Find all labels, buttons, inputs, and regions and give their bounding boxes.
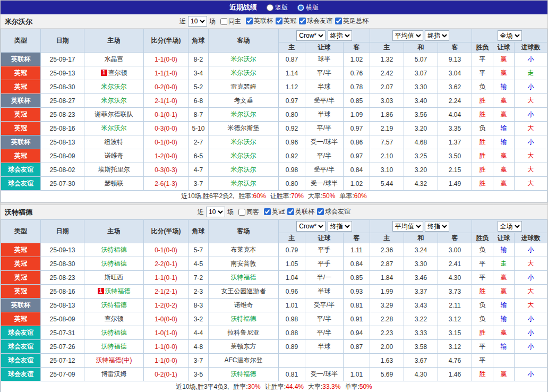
competition-filter[interactable]: 英联杯 [287,207,314,216]
rank-badge: 1 [98,288,104,294]
avg-home: 3.29 [370,299,404,312]
odds-stage-select[interactable]: 终指 [328,221,352,232]
handicap-result-cell: 赢 [493,163,515,177]
away-team[interactable]: 莱顿东方 [209,340,279,354]
match-row: 球会友谊25-07-09博雷汉姆0-2(0-1)3-5沃特福德0.81受一/球半… [1,368,547,381]
recent-count-select[interactable]: 10 [206,207,225,217]
away-team[interactable]: 米尔沃尔 [209,53,279,66]
away-team[interactable]: 女王公园巡游者 [209,285,279,299]
avg-stage-select[interactable]: 终指 [425,30,449,41]
avg-stage-select[interactable]: 终指 [425,221,449,232]
header-avg-draw: 和 [404,233,438,243]
competition-checkbox[interactable] [276,18,282,24]
corner-score: 7-2 [189,271,209,285]
odds-home: 1.14 [279,66,305,80]
home-team[interactable]: 沃特福德 [84,257,144,271]
odds-company-select[interactable]: Crow* [296,221,326,232]
summary-stat: 单率:60% [339,192,366,201]
away-team[interactable]: 沃特福德 [209,368,279,381]
home-team[interactable]: 瑟顿联 [84,177,144,191]
away-team[interactable]: 米德尔斯堡 [209,122,279,135]
scope-select[interactable]: 全场 [498,221,522,232]
result-cell: 胜 [472,135,493,149]
home-team[interactable]: 米尔沃尔 [84,122,144,135]
avg-source-select[interactable]: 平均值 [392,221,423,232]
corner-score: 2-3 [189,285,209,299]
home-team[interactable]: 水晶宫 [84,53,144,66]
competition-checkbox[interactable] [317,208,324,215]
odds-handicap: 半/一 [305,271,344,285]
home-team[interactable]: 斯旺西 [84,271,144,285]
home-team[interactable]: 1沃特福德 [84,285,144,299]
home-team[interactable]: 沃特福德 [84,243,144,257]
home-team[interactable]: 米尔沃尔 [84,80,144,94]
away-team[interactable]: 诺维奇 [209,299,279,312]
home-team[interactable]: 沃特福德 [84,326,144,340]
away-team[interactable]: 米尔沃尔 [209,66,279,80]
home-team[interactable]: 谢菲尔德联队 [84,108,144,122]
away-team[interactable]: 考文垂 [209,94,279,108]
layout-option-vertical[interactable]: 竖版 [267,3,288,12]
home-team[interactable]: 诺维奇 [84,149,144,163]
competition-checkbox[interactable] [299,18,306,24]
away-team[interactable]: 米尔沃尔 [209,163,279,177]
corner-score: 3-7 [189,354,209,368]
away-team[interactable]: 沃特福德 [209,271,279,285]
same-venue-filter[interactable]: 同主 [220,17,241,26]
summary-stat: 单率:50% [345,382,372,391]
layout-radio-horizontal[interactable] [297,4,304,11]
away-team[interactable]: 雷克瑟姆 [209,80,279,94]
recent-suffix-label: 场 [227,208,234,217]
away-team[interactable]: 米尔沃尔 [209,149,279,163]
home-team[interactable]: 米尔沃尔 [84,94,144,108]
home-team[interactable]: 沃特福德 [84,340,144,354]
avg-source-select[interactable]: 平均值 [392,30,423,41]
competition-filter[interactable]: 英冠 [264,207,285,216]
summary-stat-label: 大率: [308,383,322,390]
away-team[interactable]: 米尔沃尔 [209,177,279,191]
competition-checkbox[interactable] [287,208,294,215]
competition-checkbox[interactable] [335,18,342,24]
avg-home: 2.28 [370,312,404,326]
home-team[interactable]: 纽波特 [84,135,144,149]
same-venue-checkbox[interactable] [238,209,245,216]
home-team[interactable]: 埃斯托里尔 [84,163,144,177]
away-team[interactable]: 南安普敦 [209,257,279,271]
layout-radio-vertical[interactable] [267,4,273,11]
match-row: 英联杯25-08-13纽波特0-1(0-0)2-7米尔沃尔0.96受一/球半0.… [1,135,547,149]
result-cell: 胜 [472,163,493,177]
odds-away: 1.01 [344,368,370,381]
away-team[interactable]: 沃特福德 [209,312,279,326]
result-cell: 胜 [472,285,493,299]
layout-option-horizontal[interactable]: 横版 [297,3,319,12]
home-team[interactable]: 博雷汉姆 [84,368,144,381]
same-venue-filter[interactable]: 同客 [238,208,259,217]
competition-filter[interactable]: 英冠 [276,16,296,25]
away-team[interactable]: AFC温布尔登 [209,354,279,368]
competition-filter[interactable]: 球会友谊 [317,207,350,216]
away-team[interactable]: 米尔沃尔 [209,135,279,149]
home-team[interactable]: 查尔顿 [84,312,144,326]
odds-away: 1.11 [344,243,370,257]
header-odds-away: 客 [344,42,370,53]
competition-filter[interactable]: 球会友谊 [299,16,332,25]
home-team[interactable]: 沃特福德 [84,299,144,312]
away-team[interactable]: 拉科鲁尼亚 [209,326,279,340]
same-venue-checkbox[interactable] [220,18,227,25]
competition-checkbox[interactable] [246,18,253,24]
odds-selects-cell: Crow* 终指 [279,29,370,42]
competition-filter[interactable]: 英足总杯 [335,16,369,25]
avg-away: 3.04 [438,66,472,80]
recent-count-select[interactable]: 10 [188,16,207,27]
odds-company-select[interactable]: Crow* [296,30,326,41]
scope-select[interactable]: 全场 [498,30,522,41]
home-team[interactable]: 1查尔顿 [84,66,144,80]
competition-type: 球会友谊 [1,326,41,340]
match-score: 1-2(0-2) [144,299,189,312]
odds-stage-select[interactable]: 终指 [328,30,352,41]
competition-filter[interactable]: 英联杯 [246,16,273,25]
away-team[interactable]: 布莱克本 [209,243,279,257]
away-team[interactable]: 米尔沃尔 [209,108,279,122]
home-team[interactable]: 沃特福德(中) [84,354,144,368]
competition-checkbox[interactable] [264,208,271,215]
